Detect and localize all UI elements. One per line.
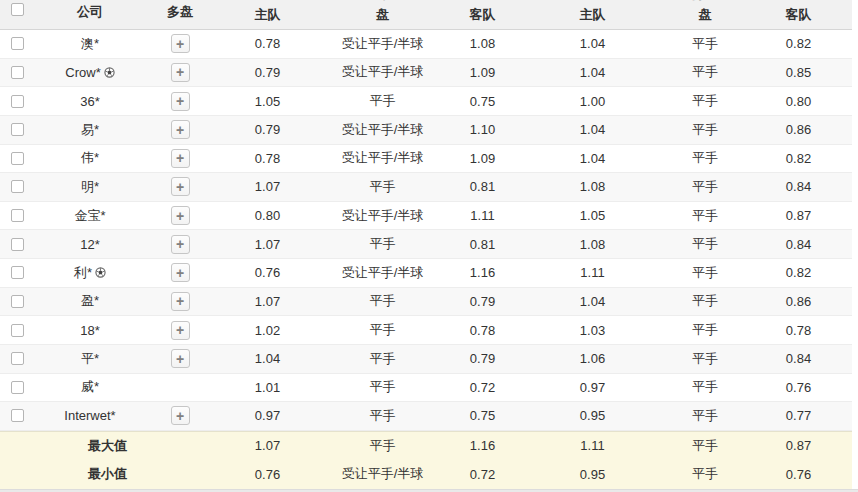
init-home-odds-label: 1.03	[580, 323, 605, 338]
init-home-odds: 1.04	[520, 288, 665, 316]
expand-multi-odds-button[interactable]: +	[171, 406, 190, 425]
company-name: 易*	[81, 121, 99, 139]
init-away-odds: 0.82	[745, 30, 852, 58]
expand-multi-odds-button[interactable]: +	[171, 34, 190, 53]
summary-init-handicap: 平手	[665, 432, 745, 460]
live-home-odds: 1.07	[215, 230, 320, 258]
company-name: 利*	[74, 264, 92, 282]
init-away-odds-label: 0.84	[786, 351, 811, 366]
summary-init-home-odds: 1.11	[520, 432, 665, 460]
live-home-odds-label: 1.07	[255, 294, 280, 309]
expand-multi-odds-button[interactable]: +	[171, 63, 190, 82]
live-home-odds-label: 1.05	[255, 94, 280, 109]
row-checkbox-cell	[0, 230, 35, 258]
plus-icon: +	[176, 123, 184, 137]
expand-multi-odds-button[interactable]: +	[171, 321, 190, 340]
column-header-live-handicap: 盘	[320, 0, 445, 29]
init-handicap: 平手	[665, 173, 745, 201]
init-away-odds-label: 0.87	[786, 208, 811, 223]
init-away-odds: 0.82	[745, 145, 852, 173]
company-cell: 36*	[35, 87, 145, 115]
expand-multi-odds-button[interactable]: +	[171, 206, 190, 225]
row-checkbox[interactable]	[11, 123, 24, 136]
row-checkbox-cell	[0, 374, 35, 402]
row-checkbox[interactable]	[11, 324, 24, 337]
init-away-odds-label: 0.86	[786, 122, 811, 137]
live-home-odds-label: 1.02	[255, 323, 280, 338]
expand-multi-odds-button[interactable]: +	[171, 349, 190, 368]
init-home-odds: 1.04	[520, 59, 665, 87]
live-home-odds: 0.76	[215, 259, 320, 287]
summary-live-away-odds: 1.16	[445, 432, 520, 460]
row-checkbox[interactable]	[11, 295, 24, 308]
live-home-odds: 1.04	[215, 345, 320, 373]
live-home-odds: 0.97	[215, 402, 320, 430]
row-checkbox[interactable]	[11, 409, 24, 422]
row-checkbox[interactable]	[11, 209, 24, 222]
row-checkbox[interactable]	[11, 381, 24, 394]
live-handicap: 受让平手/半球	[320, 202, 445, 230]
init-handicap-label: 平手	[692, 235, 718, 253]
live-home-odds-label: 1.01	[255, 380, 280, 395]
init-home-odds-label: 0.95	[580, 408, 605, 423]
row-checkbox[interactable]	[11, 352, 24, 365]
live-handicap: 受让平手/半球	[320, 259, 445, 287]
init-home-odds: 1.03	[520, 316, 665, 344]
live-away-odds-label: 1.16	[470, 265, 495, 280]
summary-init-handicap-label: 平手	[692, 465, 718, 483]
row-checkbox[interactable]	[11, 95, 24, 108]
expand-multi-odds-button[interactable]: +	[171, 149, 190, 168]
select-all-checkbox[interactable]	[11, 3, 24, 16]
live-away-odds-label: 1.10	[470, 122, 495, 137]
row-checkbox[interactable]	[11, 152, 24, 165]
row-checkbox[interactable]	[11, 238, 24, 251]
init-home-odds: 1.04	[520, 116, 665, 144]
init-away-odds-label: 0.82	[786, 265, 811, 280]
init-home-odds-label: 1.05	[580, 208, 605, 223]
live-home-odds-label: 1.07	[255, 237, 280, 252]
multi-odds-cell: +	[145, 402, 215, 430]
expand-multi-odds-button[interactable]: +	[171, 292, 190, 311]
live-away-odds-label: 0.79	[470, 294, 495, 309]
init-home-odds: 1.05	[520, 202, 665, 230]
init-away-odds-label: 0.82	[786, 36, 811, 51]
live-home-odds-label: 1.07	[255, 179, 280, 194]
row-checkbox[interactable]	[11, 266, 24, 279]
live-away-odds-label: 0.79	[470, 351, 495, 366]
init-handicap: 平手	[665, 259, 745, 287]
init-handicap-label: 平手	[692, 92, 718, 110]
row-checkbox[interactable]	[11, 180, 24, 193]
expand-multi-odds-button[interactable]: +	[171, 235, 190, 254]
company-name: 明*	[81, 178, 99, 196]
init-away-odds: 0.77	[745, 402, 852, 430]
expand-multi-odds-button[interactable]: +	[171, 263, 190, 282]
plus-icon: +	[176, 266, 184, 280]
live-home-odds-label: 0.79	[255, 122, 280, 137]
live-home-odds: 1.01	[215, 374, 320, 402]
live-home-odds: 1.02	[215, 316, 320, 344]
init-away-odds: 0.76	[745, 374, 852, 402]
live-handicap-label: 受让平手/半球	[342, 63, 424, 81]
live-away-odds-label: 1.08	[470, 36, 495, 51]
plus-icon: +	[176, 65, 184, 79]
soccer-ball-icon	[95, 267, 106, 278]
live-away-odds: 0.81	[445, 230, 520, 258]
group-header-live: 即时盘	[363, 0, 402, 3]
init-away-odds: 0.86	[745, 288, 852, 316]
live-handicap-label: 平手	[370, 92, 396, 110]
row-checkbox[interactable]	[11, 37, 24, 50]
table-header: 即时盘 初盘 公司 多盘 主队 盘 客队 主队 盘 客队	[0, 0, 852, 30]
live-away-odds: 0.79	[445, 288, 520, 316]
expand-multi-odds-button[interactable]: +	[171, 92, 190, 111]
column-header-init-away: 客队	[745, 0, 852, 29]
live-handicap-label: 平手	[370, 378, 396, 396]
init-away-odds: 0.80	[745, 87, 852, 115]
expand-multi-odds-button[interactable]: +	[171, 177, 190, 196]
expand-multi-odds-button[interactable]: +	[171, 120, 190, 139]
init-away-odds: 0.85	[745, 59, 852, 87]
live-handicap-label: 受让平手/半球	[342, 264, 424, 282]
row-checkbox[interactable]	[11, 66, 24, 79]
live-home-odds-label: 0.80	[255, 208, 280, 223]
summary-live-away-odds: 0.72	[445, 460, 520, 489]
company-cell: Crow*	[35, 59, 145, 87]
